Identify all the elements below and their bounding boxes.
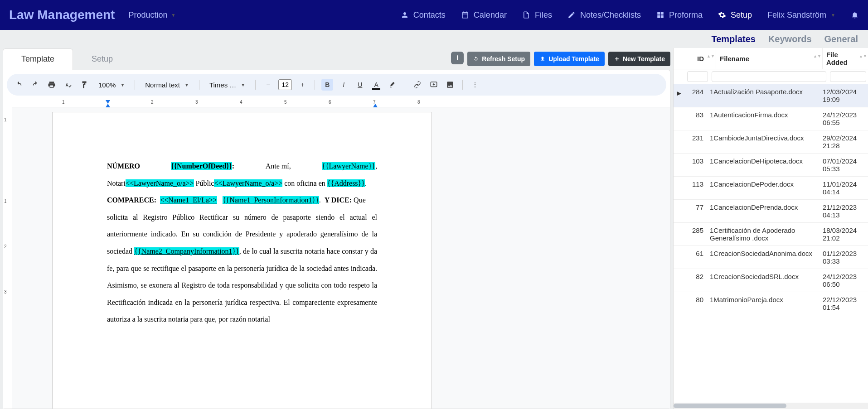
navbar: Law Management Production ▼ Contacts Cal… [0,0,868,30]
font-selector[interactable]: Times …▼ [206,81,249,89]
font-increase-button[interactable]: + [296,79,308,91]
cell-filename: 1Actualización Pasaporte.docx [707,88,823,103]
undo-button[interactable] [13,79,25,91]
cell-date: 11/01/2024 04:14 [823,180,868,196]
font-size-input[interactable] [278,79,292,90]
grid-filter-row [674,69,868,84]
cell-filename: 1MatrimonioPareja.docx [707,296,823,311]
table-row[interactable]: 801MatrimonioPareja.docx22/12/2023 01:54 [674,292,868,315]
chevron-down-icon: ▼ [241,82,245,87]
highlight-button[interactable] [387,79,398,91]
vertical-ruler: 1 1 2 3 [3,99,12,409]
nav-label: Setup [731,10,752,20]
table-row[interactable]: 2851Certificación de Apoderado Generalís… [674,223,868,246]
cell-id: 231 [684,134,707,149]
col-header-filename[interactable]: Filename▲▼ [716,48,823,69]
cell-id: 77 [684,203,707,219]
cell-filename: 1CreacionSociedadAnonima.docx [707,250,823,265]
sort-icon: ▲▼ [707,55,712,62]
text-ante-mi: Ante mí, [266,158,291,175]
table-row[interactable]: 831AutenticacionFirma.docx24/12/2023 06:… [674,107,868,130]
panel-buttons: i Refresh Setup Upload Template ＋ New Te… [451,52,670,66]
more-button[interactable]: ⋮ [469,79,481,91]
person-icon [401,11,409,19]
nav-user-menu[interactable]: Felix Sandström ▼ [767,10,835,20]
document-page[interactable]: NÚMERO {{NumberOfDeed}}: Ante mí, {{Lawy… [52,112,432,409]
right-pane: ID▲▼ Filename▲▼ File Added▲▼ ▶2841Actual… [673,48,868,409]
text-color-button[interactable]: A [370,79,382,91]
bell-icon [851,11,859,19]
paint-format-button[interactable] [78,79,90,91]
row-indicator-icon: ▶ [674,88,684,103]
tab-general[interactable]: General [824,34,858,44]
document-canvas[interactable]: NÚMERO {{NumberOfDeed}}: Ante mí, {{Lawy… [12,107,670,409]
panel-tab-template[interactable]: Template [3,48,73,70]
gear-icon [718,11,726,19]
refresh-setup-button[interactable]: Refresh Setup [467,52,530,66]
row-indicator-icon [674,250,684,265]
document-body-2: , de lo cual la suscrita notaria hace co… [107,247,377,323]
cell-id: 83 [684,111,707,126]
cell-date: 01/12/2023 03:33 [823,250,868,265]
bold-button[interactable]: B [321,79,333,91]
sort-icon: ▲▼ [859,55,864,62]
col-header-id[interactable]: ID▲▼ [684,48,716,69]
new-template-button[interactable]: ＋ New Template [608,52,670,66]
print-button[interactable] [46,79,58,91]
spellcheck-button[interactable] [62,79,74,91]
cell-id: 285 [684,226,707,242]
table-row[interactable]: 771CancelacionDePrenda.docx21/12/2023 04… [674,200,868,223]
nav-calendar[interactable]: Calendar [461,10,507,20]
cell-filename: 1CancelacionDePoder.docx [707,180,823,196]
row-indicator-icon [674,296,684,311]
panel-bar: Template Setup i Refresh Setup Upload Te… [3,48,670,70]
table-row[interactable]: 1131CancelacionDePoder.docx11/01/2024 04… [674,177,868,200]
nav-files[interactable]: Files [522,10,552,20]
font-decrease-button[interactable]: − [262,79,274,91]
redo-button[interactable] [29,79,41,91]
insert-comment-button[interactable] [428,79,440,91]
horizontal-scrollbar[interactable] [674,403,868,409]
environment-selector[interactable]: Production ▼ [128,10,175,20]
placeholder-lawyer: {{LawyerName}} [322,162,375,170]
table-row[interactable]: ▶2841Actualización Pasaporte.docx12/03/2… [674,84,868,107]
paragraph-style-selector[interactable]: Normal text▼ [141,81,193,89]
zoom-selector[interactable]: 100%▼ [95,81,128,89]
filter-filename-input[interactable] [712,71,826,82]
col-header-date[interactable]: File Added▲▼ [823,48,868,69]
panel-tab-setup[interactable]: Setup [73,48,131,70]
table-row[interactable]: 2311CambiodeJuntaDirectiva.docx29/02/202… [674,130,868,154]
upload-template-button[interactable]: Upload Template [534,52,605,66]
cell-date: 12/03/2024 19:09 [823,88,868,103]
table-row[interactable]: 821CreacionSociedadSRL.docx24/12/2023 06… [674,269,868,292]
cell-date: 07/01/2024 05:33 [823,157,868,173]
table-row[interactable]: 1031CancelacionDeHipoteca.docx07/01/2024… [674,154,868,177]
nav-label: Proforma [669,10,703,20]
placeholder-name1-pi: {{Name1_PersonInformation1}} [223,196,319,204]
cell-filename: 1CreacionSociedadSRL.docx [707,273,823,288]
tab-templates[interactable]: Templates [711,34,755,44]
file-icon [522,11,530,19]
plus-icon: ＋ [614,55,620,63]
grid-body[interactable]: ▶2841Actualización Pasaporte.docx12/03/2… [674,84,868,403]
insert-image-button[interactable] [444,79,456,91]
cell-filename: 1Certificación de Apoderado Generalísimo… [707,226,823,242]
italic-button[interactable]: I [338,79,349,91]
nav-notes[interactable]: Notes/Checklists [567,10,641,20]
underline-button[interactable]: U [354,79,366,91]
insert-link-button[interactable] [412,79,423,91]
table-row[interactable]: 611CreacionSociedadAnonima.docx01/12/202… [674,246,868,269]
cell-id: 82 [684,273,707,288]
upload-icon [539,56,546,62]
nav-notifications[interactable] [851,11,859,19]
nav-contacts[interactable]: Contacts [401,10,446,20]
grid-icon [656,11,664,19]
filter-id-input[interactable] [687,71,708,82]
tab-keywords[interactable]: Keywords [768,34,812,44]
info-button[interactable]: i [451,52,464,64]
nav-setup[interactable]: Setup [718,10,752,20]
nav-proforma[interactable]: Proforma [656,10,703,20]
cell-date: 18/03/2024 21:02 [823,226,868,242]
nav-label: Contacts [413,10,446,20]
filter-date-input[interactable] [830,71,866,82]
